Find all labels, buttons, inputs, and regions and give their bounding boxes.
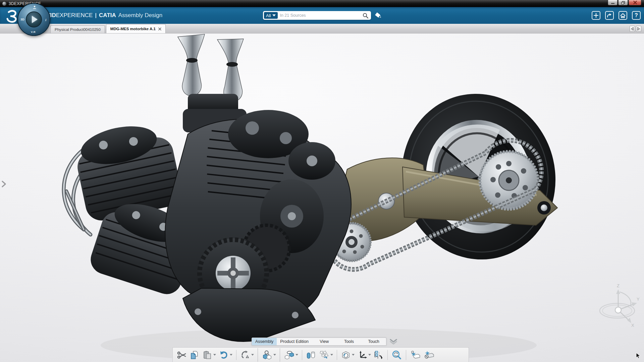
doc-tab-physical-product[interactable]: Physical Product00410250 xyxy=(50,25,105,33)
cut-button[interactable] xyxy=(175,349,188,361)
intake-trumpets[interactable] xyxy=(178,34,247,132)
engine-block[interactable] xyxy=(64,34,351,342)
chevron-down-icon[interactable] xyxy=(273,354,276,356)
reorder-tree-icon xyxy=(374,350,384,360)
axis-system-icon xyxy=(357,350,367,360)
paste-button[interactable] xyxy=(201,349,217,361)
add-content-button[interactable] xyxy=(592,11,600,20)
paste-icon xyxy=(202,350,212,360)
compass-social-quadrant user-icon[interactable] xyxy=(33,5,37,9)
minimize-button[interactable] xyxy=(608,0,618,5)
triad-x-label: X xyxy=(631,323,634,328)
chevron-down-icon[interactable] xyxy=(352,354,355,356)
copy-button[interactable] xyxy=(188,349,201,361)
chevron-down-icon[interactable] xyxy=(230,354,232,356)
3dexperience-compass[interactable]: 3D V.R i xyxy=(17,3,50,36)
find-component-button[interactable] xyxy=(260,349,277,361)
triad-z-label: Z xyxy=(617,283,620,288)
collapse-action-bar-chevron-icon[interactable] xyxy=(389,339,398,345)
help-button[interactable]: ? xyxy=(632,11,641,20)
tab-scroll-controls xyxy=(630,26,641,32)
insert-component-icon xyxy=(284,350,294,360)
action-tab-label: Touch xyxy=(368,339,379,344)
action-tab-tools[interactable]: Tools xyxy=(337,338,362,345)
toolbar-separator xyxy=(337,350,337,360)
share-button[interactable] xyxy=(605,11,614,20)
restore-button[interactable] xyxy=(618,0,628,5)
action-bar-tabs: Assembly Product Edition View Tools Touc… xyxy=(252,338,386,346)
update-button[interactable] xyxy=(239,349,255,361)
tag-icon[interactable] xyxy=(374,12,383,20)
action-tab-assembly[interactable]: Assembly xyxy=(252,338,277,345)
brand-experience: EXPERIENCE xyxy=(56,12,93,19)
toolbar-separator xyxy=(387,350,388,360)
toolbar-section-separator xyxy=(258,348,258,362)
action-tab-product-edition[interactable]: Product Edition xyxy=(277,338,312,345)
3dexperience-window: { "window": { "app_title": "3DEXPERIENCE… xyxy=(0,0,644,362)
chevron-down-icon[interactable] xyxy=(368,354,371,356)
home-button[interactable] xyxy=(619,11,627,20)
compass-play-hub[interactable] xyxy=(26,11,42,27)
doc-tab-motorbike[interactable]: MDG-MES motorbike A.1 xyxy=(106,24,166,33)
doc-tab-label: Physical Product00410250 xyxy=(55,27,101,32)
compass-3d-quadrant[interactable]: 3D xyxy=(20,18,24,21)
reorder-tree-button[interactable] xyxy=(372,349,385,361)
action-tab-label: Assembly xyxy=(255,339,273,344)
mouse-cursor xyxy=(636,353,641,359)
motorbike-3d-model[interactable] xyxy=(0,34,644,362)
pattern-button[interactable] xyxy=(317,349,334,361)
brand-module: Assembly Design xyxy=(118,12,162,19)
pattern-icon xyxy=(319,350,329,360)
action-tab-view[interactable]: View xyxy=(312,338,337,345)
undo-icon xyxy=(219,350,229,360)
assembly-toolbar xyxy=(172,347,469,362)
copy-icon xyxy=(190,350,200,360)
3d-viewport[interactable]: Z Y X xyxy=(0,34,644,362)
mirror-icon xyxy=(306,350,316,360)
section-box-button[interactable] xyxy=(339,349,356,361)
mirror-button[interactable] xyxy=(305,349,317,361)
global-search-bar[interactable]: All xyxy=(263,11,371,20)
insert-component-button[interactable] xyxy=(282,349,300,361)
toolbar-separator xyxy=(236,350,236,360)
toolbar-separator xyxy=(406,350,406,360)
interference-button[interactable] xyxy=(422,349,435,361)
chevron-down-icon[interactable] xyxy=(213,354,216,356)
app-taskbar-icon xyxy=(2,1,7,6)
action-tab-label: View xyxy=(320,339,329,344)
clash-button[interactable] xyxy=(409,349,422,361)
chevron-down-icon[interactable] xyxy=(296,354,298,356)
action-tab-label: Tools xyxy=(344,339,354,344)
close-button[interactable] xyxy=(629,0,641,5)
scroll-tabs-left-button[interactable] xyxy=(630,26,635,32)
update-icon xyxy=(240,350,250,360)
chevron-down-icon[interactable] xyxy=(251,354,254,356)
undo-button[interactable] xyxy=(217,349,234,361)
triad-y-label: Y xyxy=(637,297,640,302)
search-icon[interactable] xyxy=(363,13,368,18)
toolbar-separator xyxy=(302,350,302,360)
close-tab-icon[interactable] xyxy=(158,27,161,31)
interference-icon xyxy=(423,350,434,360)
doc-tab-label: MDG-MES motorbike A.1 xyxy=(110,27,156,31)
header-quick-actions: ? xyxy=(592,11,641,20)
action-tab-label: Product Edition xyxy=(280,339,309,344)
compass-vr-quadrant[interactable]: V.R xyxy=(31,31,36,34)
search-scope-label: All xyxy=(266,13,271,18)
section-box-icon xyxy=(341,350,351,360)
clash-icon xyxy=(410,350,421,360)
axis-system-button[interactable] xyxy=(356,349,372,361)
explore-search-icon xyxy=(391,350,402,360)
brand-title: 3DEXPERIENCE|CATIAAssembly Design xyxy=(49,7,162,24)
chevron-down-icon xyxy=(272,14,276,16)
scroll-tabs-right-button[interactable] xyxy=(636,26,641,32)
compass-info-quadrant[interactable]: i xyxy=(45,18,46,22)
expand-panel-chevron-icon[interactable] xyxy=(1,180,7,188)
explore-search-button[interactable] xyxy=(390,349,404,361)
chevron-down-icon[interactable] xyxy=(330,354,333,356)
action-tab-touch[interactable]: Touch xyxy=(361,338,386,345)
toolbar-section-separator xyxy=(280,348,280,362)
search-input[interactable] xyxy=(278,13,363,18)
view-axis-triad[interactable]: Z Y X xyxy=(596,283,640,327)
search-scope-dropdown[interactable]: All xyxy=(264,12,278,19)
